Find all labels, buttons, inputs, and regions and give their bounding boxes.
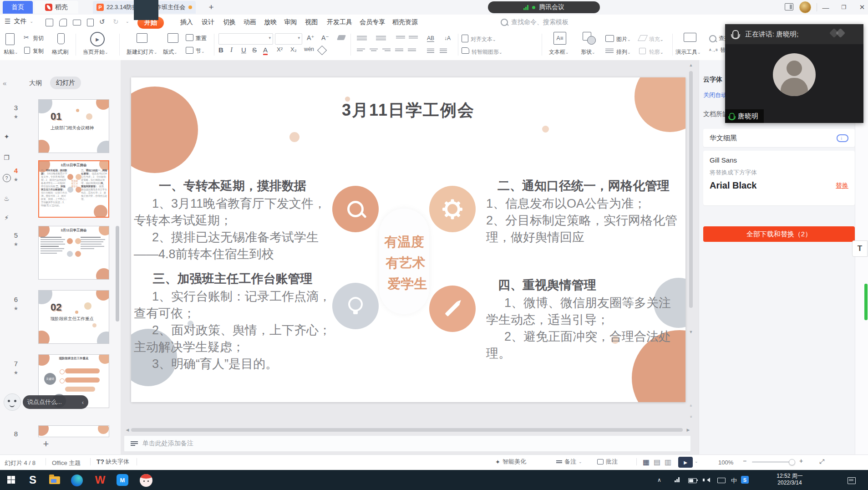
ribbon-tab-design[interactable]: 设计 <box>202 18 214 26</box>
ime-icon[interactable]: S <box>741 476 749 484</box>
assistant-input[interactable]: 说点点什么... ‹ <box>23 395 88 409</box>
slide-text-section-1[interactable]: 一、专转本延期，摸排数据 1、3月11晚省教育厅下发文件，专转本考试延期； 2、… <box>134 178 331 263</box>
distribute-icon[interactable] <box>408 47 416 52</box>
subscript-button[interactable]: X₂ <box>290 46 297 53</box>
char-spacing-button[interactable]: AB <box>427 35 434 42</box>
cut-button[interactable]: 剪切 <box>33 35 44 42</box>
restore-button[interactable]: ❐ <box>838 2 849 13</box>
command-search[interactable]: 查找命令、搜索模板 <box>501 18 569 26</box>
tab-home[interactable]: 首页 <box>3 1 33 14</box>
missing-font-button[interactable]: T? 缺失字体 <box>96 458 129 466</box>
text-tool-side-tab[interactable]: T <box>852 240 868 257</box>
font-color-button[interactable]: A <box>263 46 268 55</box>
slide-thumbnail-4-selected[interactable]: 3月11日学工例会 一、专转本延期，摸排数据1、3月11晚省教育厅下发文件，专转… <box>38 160 109 218</box>
comments-button[interactable]: 批注 <box>597 458 618 466</box>
vertical-scrollbar[interactable]: ▲ ▼ « « <box>687 63 695 427</box>
replace-font-link[interactable]: 替换 <box>836 182 848 190</box>
theme-label[interactable]: Office 主题 <box>52 459 81 467</box>
align-right-icon[interactable] <box>382 47 391 52</box>
help-icon[interactable]: ? <box>3 174 11 182</box>
pinyin-button[interactable]: wén <box>304 46 314 52</box>
favorite-star-icon[interactable]: ✦ <box>0 133 13 140</box>
ribbon-tab-review[interactable]: 审阅 <box>284 18 297 26</box>
copy-button[interactable]: 复制 <box>33 47 44 55</box>
hot-apps-icon[interactable]: ♨ <box>0 195 13 202</box>
textbox-button[interactable]: 文本框⌄ <box>549 48 569 56</box>
add-slide-button[interactable]: + <box>40 438 52 450</box>
print-icon[interactable] <box>73 20 81 26</box>
slide-thumbnail-3[interactable]: 01 上级部门相关会议精神 <box>38 99 109 153</box>
justify-icon[interactable] <box>395 47 403 52</box>
next-slide-icon[interactable]: « <box>689 413 693 420</box>
more-commands-icon[interactable]: ⌄ <box>126 19 129 24</box>
tab-slides[interactable]: 幻灯片 <box>50 77 81 89</box>
touch-keyboard-icon[interactable] <box>717 478 726 483</box>
line-spacing-icon[interactable] <box>427 47 434 54</box>
new-tab-button[interactable]: + <box>206 2 217 13</box>
close-button[interactable]: ✕ <box>857 2 868 13</box>
sidebar-scrollbar[interactable] <box>116 226 119 322</box>
vertical-scroll-thumb[interactable] <box>689 71 693 308</box>
play-from-current-icon[interactable]: ▶ <box>90 32 105 46</box>
lang-indicator[interactable]: 中 <box>731 477 737 485</box>
play-options-icon[interactable]: ⌄ <box>695 459 698 464</box>
scroll-down-icon[interactable]: ▼ <box>687 330 695 334</box>
superscript-button[interactable]: X² <box>277 46 283 53</box>
battery-icon[interactable] <box>688 478 697 483</box>
print-preview-icon[interactable] <box>87 19 94 26</box>
cloud-download-icon[interactable] <box>837 134 848 142</box>
meeting-video-area[interactable]: 唐晓明 <box>725 44 863 123</box>
account-avatar[interactable] <box>799 1 811 13</box>
scroll-right-icon[interactable]: ▶ <box>685 428 692 432</box>
side-by-side-icon[interactable] <box>785 3 793 10</box>
clock[interactable]: 12:52 周一 2022/3/14 <box>765 473 815 486</box>
underline-button[interactable]: U <box>241 46 246 54</box>
ribbon-tab-member[interactable]: 会员专享 <box>360 18 385 26</box>
slide-thumbnail-5[interactable]: 3月11日学工例会 <box>38 226 109 280</box>
increase-indent-icon[interactable] <box>409 35 418 40</box>
slide-title[interactable]: 3月11日学工例会 <box>131 99 685 122</box>
export-icon[interactable] <box>59 19 67 26</box>
auto-replace-link[interactable]: 关闭自动 <box>703 91 727 99</box>
fill-button[interactable]: 填充⌄ <box>649 36 664 43</box>
align-left-icon[interactable] <box>357 47 365 52</box>
robot-avatar-icon[interactable] <box>4 393 21 411</box>
new-slide-button[interactable]: 新建幻灯片⌄ <box>127 48 157 56</box>
volume-icon[interactable] <box>705 478 710 482</box>
collapse-panel-icon[interactable]: « <box>3 79 6 87</box>
edge-browser-icon[interactable] <box>71 475 83 486</box>
to-smartart-button[interactable]: 转智能图形⌄ <box>472 48 503 56</box>
align-text-button[interactable]: 对齐文本⌄ <box>471 36 496 43</box>
undo-icon[interactable]: ↺ <box>99 18 105 26</box>
redo-icon[interactable]: ↻ <box>113 18 119 26</box>
fit-window-icon[interactable]: ⤢ <box>819 458 824 465</box>
picture-button[interactable]: 图片⌄ <box>616 36 631 43</box>
cloud-fonts-label[interactable]: 云字体 <box>703 76 722 84</box>
scroll-up-icon[interactable]: ▲ <box>687 63 695 67</box>
bullet-list-icon[interactable] <box>357 35 367 41</box>
outline-button[interactable]: 轮廓⌄ <box>649 48 664 56</box>
network-icon[interactable] <box>675 477 680 482</box>
ribbon-tab-slideshow[interactable]: 放映 <box>264 18 277 26</box>
slide-text-section-4[interactable]: 四、重视舆情管理 1、微博、微信朋友圈等多关注学生动态，适当引导； 2、避免正面… <box>486 277 681 362</box>
slide-thumbnail-8[interactable] <box>38 425 109 437</box>
meeting-overlay[interactable]: 正在讲话: 唐晓明; 唐晓明 <box>725 24 863 123</box>
layout-button[interactable]: 版式⌄ <box>163 48 178 56</box>
reset-button[interactable]: 重置 <box>196 35 207 42</box>
tencent-meeting-pill[interactable]: 腾讯会议 <box>488 1 600 13</box>
scroll-left-icon[interactable]: ◀ <box>124 428 131 432</box>
start-button[interactable] <box>7 476 15 484</box>
format-painter-button[interactable]: 格式刷 <box>52 48 68 56</box>
para-spacing-icon[interactable] <box>440 47 447 54</box>
wps-app-icon[interactable]: W <box>94 474 107 486</box>
ribbon-tab-devtools[interactable]: 开发工具 <box>327 18 352 26</box>
download-replace-all-button[interactable]: 全部下载和替换（2） <box>703 226 855 242</box>
align-center-icon[interactable] <box>370 47 378 52</box>
slide-thumbnail-6[interactable]: 02 现阶段班主任工作重点 <box>38 290 109 344</box>
font-card-huawen[interactable]: 华文细黑 <box>703 129 855 147</box>
panels-icon[interactable]: ❐ <box>0 154 13 161</box>
zoom-slider-thumb[interactable] <box>789 459 795 465</box>
horizontal-scroll-thumb[interactable] <box>131 428 683 432</box>
decrease-indent-icon[interactable] <box>396 35 405 40</box>
arrange-button[interactable]: 排列⌄ <box>616 48 631 56</box>
